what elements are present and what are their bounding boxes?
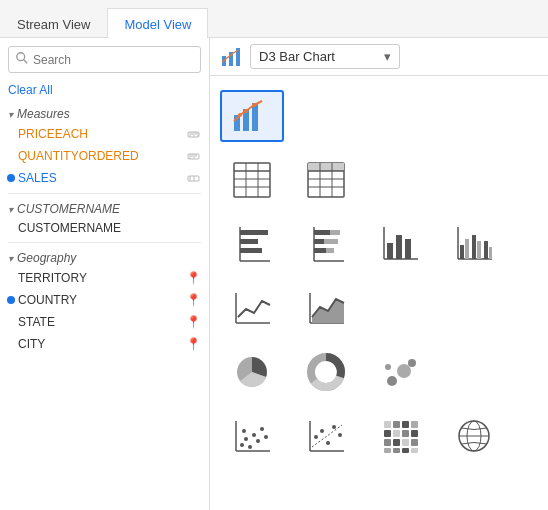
chart-thumb-scatter-bubble[interactable] — [368, 346, 432, 398]
section-geography-label: Geography — [17, 251, 76, 265]
ruler-icon-quantityordered — [185, 148, 201, 164]
chart-thumb-vbar[interactable] — [368, 218, 432, 270]
chart-thumb-hbar[interactable] — [220, 218, 284, 270]
chart-thumb-table1[interactable] — [220, 154, 284, 206]
chart-dropdown-label: D3 Bar Chart — [259, 49, 335, 64]
svg-point-83 — [256, 439, 260, 443]
field-sales-label: SALES — [18, 171, 185, 185]
svg-point-75 — [408, 359, 416, 367]
svg-point-76 — [385, 364, 391, 370]
search-icon — [15, 51, 29, 68]
chart-type-icon — [220, 46, 244, 68]
chart-row-1 — [220, 150, 538, 210]
svg-rect-62 — [472, 235, 476, 259]
svg-point-24 — [252, 103, 256, 107]
left-panel: Clear All ▾ Measures PRICEEACH — [0, 38, 210, 510]
chevron-measures: ▾ — [8, 109, 13, 120]
chart-dropdown[interactable]: D3 Bar Chart ▾ — [250, 44, 400, 69]
svg-point-82 — [252, 433, 256, 437]
svg-rect-25 — [234, 163, 270, 197]
chart-thumb-scatter[interactable] — [220, 410, 284, 462]
chart-grid — [210, 76, 548, 510]
svg-point-74 — [397, 364, 411, 378]
field-priceeach[interactable]: PRICEEACH — [0, 123, 209, 145]
svg-point-91 — [326, 441, 330, 445]
svg-rect-21 — [252, 103, 258, 131]
field-customername-label: CUSTOMERNAME — [18, 221, 201, 235]
svg-rect-105 — [402, 439, 409, 446]
pin-icon-state: 📍 — [185, 314, 201, 330]
tabs-bar: Stream View Model View — [0, 0, 548, 38]
svg-point-0 — [17, 53, 25, 61]
svg-point-79 — [240, 443, 244, 447]
svg-rect-100 — [393, 430, 400, 437]
section-geography[interactable]: ▾ Geography — [0, 247, 209, 267]
field-customername[interactable]: CUSTOMERNAME — [0, 218, 209, 238]
svg-rect-57 — [405, 239, 411, 259]
field-city[interactable]: CITY 📍 — [0, 333, 209, 355]
field-sales[interactable]: SALES — [0, 167, 209, 189]
svg-point-80 — [244, 437, 248, 441]
dropdown-arrow-icon: ▾ — [384, 49, 391, 64]
chart-thumb-vbar-group[interactable] — [442, 218, 506, 270]
field-territory[interactable]: TERRITORY 📍 — [0, 267, 209, 289]
chart-thumb-globe[interactable] — [442, 410, 506, 462]
ruler-icon-sales — [185, 170, 201, 186]
divider-1 — [8, 193, 201, 194]
dot-sales — [7, 174, 15, 182]
chart-row-2 — [220, 214, 538, 274]
svg-rect-34 — [334, 163, 344, 171]
svg-rect-44 — [240, 248, 262, 253]
svg-rect-110 — [411, 448, 418, 453]
svg-point-86 — [242, 429, 246, 433]
search-box[interactable] — [8, 46, 201, 73]
chart-thumb-scatter2[interactable] — [294, 410, 358, 462]
clear-all-button[interactable]: Clear All — [0, 81, 209, 103]
svg-rect-108 — [393, 448, 400, 453]
tab-stream-view[interactable]: Stream View — [0, 8, 107, 38]
svg-rect-107 — [384, 448, 391, 453]
pin-icon-country: 📍 — [185, 292, 201, 308]
pin-icon-territory: 📍 — [185, 270, 201, 286]
svg-rect-64 — [484, 241, 488, 259]
svg-rect-95 — [384, 421, 391, 428]
chart-row-4 — [220, 342, 538, 402]
svg-rect-43 — [240, 239, 258, 244]
tab-model-view[interactable]: Model View — [107, 8, 208, 38]
field-country[interactable]: COUNTRY 📍 — [0, 289, 209, 311]
svg-point-73 — [387, 376, 397, 386]
svg-rect-42 — [240, 230, 268, 235]
svg-point-81 — [248, 445, 252, 449]
svg-rect-65 — [489, 247, 492, 259]
svg-rect-103 — [384, 439, 391, 446]
field-state-label: STATE — [18, 315, 185, 329]
pin-icon-city: 📍 — [185, 336, 201, 352]
field-state[interactable]: STATE 📍 — [0, 311, 209, 333]
ruler-icon-priceeach — [185, 126, 201, 142]
chart-thumb-donut[interactable] — [294, 346, 358, 398]
chart-selector-bar: D3 Bar Chart ▾ — [210, 38, 548, 76]
field-quantityordered[interactable]: QUANTITYORDERED — [0, 145, 209, 167]
svg-rect-47 — [314, 230, 330, 235]
chart-thumb-hbar-stack[interactable] — [294, 218, 358, 270]
chart-thumb-pie[interactable] — [220, 346, 284, 398]
search-input[interactable] — [33, 53, 194, 67]
chart-thumb-heatmap[interactable] — [368, 410, 432, 462]
chart-thumb-table2[interactable] — [294, 154, 358, 206]
svg-rect-97 — [402, 421, 409, 428]
section-customername-label: CUSTOMERNAME — [17, 202, 120, 216]
chart-thumb-area[interactable] — [294, 282, 358, 334]
svg-rect-52 — [326, 248, 334, 253]
section-customername[interactable]: ▾ CUSTOMERNAME — [0, 198, 209, 218]
chart-thumb-line[interactable] — [220, 282, 284, 334]
chevron-geography: ▾ — [8, 253, 13, 264]
field-territory-label: TERRITORY — [18, 271, 185, 285]
svg-rect-51 — [314, 248, 326, 253]
svg-point-89 — [314, 435, 318, 439]
svg-rect-101 — [402, 430, 409, 437]
chart-thumb-crosstab-selected[interactable] — [220, 90, 284, 142]
section-measures[interactable]: ▾ Measures — [0, 103, 209, 123]
svg-point-90 — [320, 429, 324, 433]
right-panel: D3 Bar Chart ▾ — [210, 38, 548, 510]
svg-point-84 — [260, 427, 264, 431]
